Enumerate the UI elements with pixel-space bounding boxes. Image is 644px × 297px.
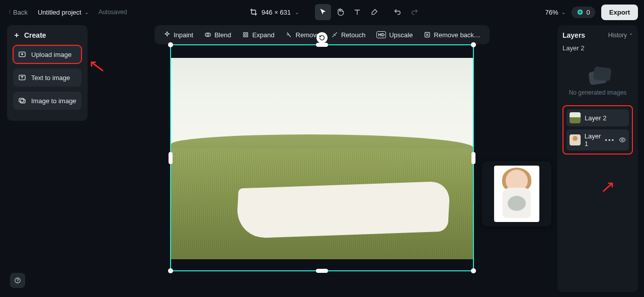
create-panel-title: Create	[13, 31, 82, 39]
selected-layer-label: Layer 2	[562, 44, 633, 52]
inpaint-button[interactable]: Inpaint	[158, 28, 198, 42]
annotation-arrow-2	[602, 181, 615, 192]
empty-images-icon	[588, 70, 607, 85]
remove-icon	[286, 31, 293, 38]
plus-icon	[13, 32, 20, 39]
lp-item-label: Text to image	[31, 74, 70, 82]
canvas-dims-value: 946 × 631	[262, 9, 291, 16]
visibility-icon[interactable]	[619, 136, 626, 144]
top-bar: 〈 Back Untitled project ⌄ Autosaved 946 …	[0, 0, 644, 24]
chevron-left-icon: 〈	[6, 9, 11, 16]
svg-point-11	[18, 282, 18, 282]
layer-thumb	[570, 112, 581, 123]
brush-icon	[370, 8, 378, 16]
canvas-dimensions-dropdown[interactable]: 946 × 631 ⌄	[250, 8, 299, 16]
project-title-dropdown[interactable]: Untitled project ⌄	[34, 7, 93, 18]
zoom-dropdown[interactable]: 76% ⌄	[545, 9, 566, 16]
layers-panel: Layers History ⌃ Layer 2 No generated im…	[557, 25, 638, 292]
chevron-up-icon: ⌃	[629, 33, 633, 38]
back-button[interactable]: 〈 Back	[6, 9, 28, 16]
help-button[interactable]	[10, 273, 25, 288]
more-icon[interactable]: •••	[605, 136, 615, 144]
canvas-image[interactable]	[171, 58, 473, 259]
help-icon	[14, 277, 21, 284]
layer-name: Layer 2	[585, 114, 626, 122]
layer-actions: •••	[605, 136, 626, 144]
lp-item-label: Upload image	[31, 51, 71, 58]
image-to-image-icon	[18, 97, 26, 105]
resize-handle-bottom[interactable]	[316, 269, 328, 273]
chevron-down-icon: ⌄	[85, 10, 89, 15]
floating-layer-preview[interactable]	[482, 161, 551, 227]
redo-button[interactable]	[407, 4, 423, 20]
canvas-selection[interactable]	[170, 44, 474, 271]
resize-handle-tl[interactable]	[168, 42, 173, 47]
text-to-image-button[interactable]: Text to image	[13, 68, 82, 87]
credits-icon	[577, 9, 584, 16]
image-to-image-button[interactable]: Image to image	[13, 92, 82, 110]
layer-thumb	[570, 134, 581, 145]
tool-group	[315, 4, 423, 20]
expand-button[interactable]: Expand	[237, 28, 279, 42]
pointer-tool[interactable]	[315, 4, 331, 20]
layers-title: Layers	[562, 31, 585, 39]
autosaved-status: Autosaved	[99, 9, 127, 16]
crop-icon	[250, 8, 258, 16]
text-tool[interactable]	[349, 4, 365, 20]
blend-icon	[204, 31, 211, 38]
hand-icon	[336, 8, 344, 16]
empty-state: No generated images	[562, 59, 633, 105]
svg-rect-7	[244, 33, 248, 37]
upload-icon	[18, 50, 26, 58]
pointer-icon	[319, 8, 327, 16]
preview-thumbnail	[494, 166, 539, 222]
resize-handle-right[interactable]	[471, 152, 475, 164]
text-to-image-icon	[18, 73, 26, 82]
remove-bg-icon	[424, 31, 431, 38]
hd-icon: HD	[376, 31, 386, 38]
svg-rect-4	[21, 99, 25, 103]
zoom-value: 76%	[545, 9, 558, 16]
create-panel: Create Upload image Text to image Image …	[7, 25, 88, 121]
blend-button[interactable]: Blend	[199, 28, 236, 42]
brush-tool[interactable]	[366, 4, 382, 20]
rotate-icon	[319, 35, 325, 41]
history-toggle[interactable]: History ⌃	[608, 32, 633, 39]
resize-handle-br[interactable]	[471, 268, 476, 273]
resize-handle-top[interactable]	[316, 43, 328, 47]
resize-handle-bl[interactable]	[168, 268, 173, 273]
layer-name: Layer 1	[585, 132, 601, 147]
back-label: Back	[13, 9, 28, 16]
hand-tool[interactable]	[332, 4, 348, 20]
chevron-down-icon: ⌄	[295, 10, 299, 15]
inpaint-icon	[164, 31, 171, 38]
retouch-icon	[331, 31, 338, 38]
text-icon	[353, 8, 361, 16]
svg-rect-3	[19, 98, 24, 102]
layer-list: Layer 2 Layer 1 •••	[562, 105, 633, 155]
resize-handle-tr[interactable]	[471, 42, 476, 47]
expand-icon	[242, 31, 249, 38]
annotation-arrow-1	[90, 60, 104, 71]
redo-icon	[411, 8, 419, 16]
upload-image-button[interactable]: Upload image	[13, 45, 82, 63]
resize-handle-left[interactable]	[169, 152, 173, 164]
remove-background-button[interactable]: Remove back…	[419, 28, 485, 42]
chevron-down-icon: ⌄	[561, 10, 566, 15]
layer-row-layer2[interactable]: Layer 2	[567, 109, 629, 126]
layer-row-layer1[interactable]: Layer 1 •••	[567, 129, 629, 151]
export-button[interactable]: Export	[601, 5, 638, 20]
svg-point-9	[621, 139, 623, 141]
rotate-handle[interactable]	[316, 32, 328, 43]
upscale-button[interactable]: HD Upscale	[371, 28, 418, 42]
undo-icon	[393, 8, 401, 16]
retouch-button[interactable]: Retouch	[326, 28, 370, 42]
lp-item-label: Image to image	[31, 97, 76, 105]
project-title: Untitled project	[38, 9, 82, 16]
undo-button[interactable]	[389, 4, 406, 20]
credits-value: 0	[587, 9, 590, 16]
credits-pill[interactable]: 0	[572, 7, 595, 18]
